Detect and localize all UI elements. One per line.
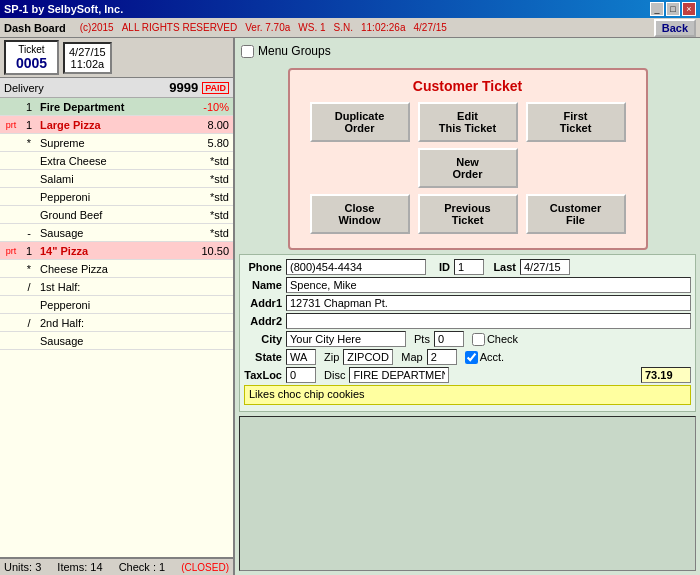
price-col: *std — [191, 173, 233, 185]
name-col: Supreme — [36, 137, 191, 149]
name-col: Salami — [36, 173, 191, 185]
phone-field[interactable] — [286, 259, 426, 275]
notes-field[interactable]: Likes choc chip cookies — [244, 385, 691, 405]
check-label: Check : 1 — [119, 561, 165, 573]
menu-groups-label: Menu Groups — [258, 44, 331, 58]
close-window-button[interactable]: CloseWindow — [310, 194, 410, 234]
table-row[interactable]: prt114" Pizza10.50 — [0, 242, 233, 260]
zip-field[interactable] — [343, 349, 393, 365]
app-name[interactable]: Dash Board — [4, 22, 66, 34]
city-label: City — [244, 333, 282, 345]
table-row[interactable]: Pepperoni — [0, 296, 233, 314]
last-label: Last — [488, 261, 516, 273]
map-label: Map — [401, 351, 422, 363]
table-row[interactable]: 1Fire Department-10% — [0, 98, 233, 116]
name-col: Large Pizza — [36, 119, 191, 131]
edit-ticket-button[interactable]: EditThis Ticket — [418, 102, 518, 142]
qty-col: * — [22, 137, 36, 149]
city-field[interactable] — [286, 331, 406, 347]
name-field[interactable] — [286, 277, 691, 293]
window-controls[interactable]: _ □ × — [650, 2, 696, 16]
info-row-phone: Phone ID Last — [244, 259, 691, 275]
info-row-notes: Likes choc chip cookies — [244, 385, 691, 405]
ticket-date: 4/27/15 — [69, 46, 106, 58]
delivery-bar: Delivery 9999 PAID — [0, 78, 233, 98]
back-button[interactable]: Back — [654, 19, 696, 37]
last-field[interactable] — [520, 259, 570, 275]
taxloc-label: TaxLoc — [244, 369, 282, 381]
items-label: Items: 14 — [57, 561, 102, 573]
zip-label: Zip — [324, 351, 339, 363]
table-row[interactable]: Pepperoni*std — [0, 188, 233, 206]
customer-file-button[interactable]: CustomerFile — [526, 194, 626, 234]
table-row[interactable]: /2nd Half: — [0, 314, 233, 332]
table-row[interactable]: Salami*std — [0, 170, 233, 188]
map-field[interactable] — [427, 349, 457, 365]
first-ticket-button[interactable]: FirstTicket — [526, 102, 626, 142]
ticket-number-box: Ticket 0005 — [4, 40, 59, 75]
ticket-header: Ticket 0005 4/27/15 11:02a — [0, 38, 233, 78]
paid-badge: PAID — [202, 82, 229, 94]
copyright-area: (c)2015 ALL RIGHTS RESERVED Ver. 7.70a W… — [78, 22, 449, 33]
table-row[interactable]: prt1Large Pizza8.00 — [0, 116, 233, 134]
right-scroll-area — [239, 416, 696, 571]
pts-label: Pts — [414, 333, 430, 345]
app-title: SP-1 by SelbySoft, Inc. — [4, 3, 123, 15]
qty-col: 1 — [22, 119, 36, 131]
id-field[interactable] — [454, 259, 484, 275]
new-order-button[interactable]: NewOrder — [418, 148, 518, 188]
menu-groups-check: Menu Groups — [241, 44, 694, 58]
menu-groups-checkbox[interactable] — [241, 45, 254, 58]
disc-label: Disc — [324, 369, 345, 381]
ticket-time: 11:02a — [69, 58, 106, 70]
name-col: Pepperoni — [36, 191, 191, 203]
table-row[interactable]: *Supreme5.80 — [0, 134, 233, 152]
name-col: Ground Beef — [36, 209, 191, 221]
acct-checkbox-label: Acct. — [465, 351, 504, 364]
name-col: Sausage — [36, 227, 191, 239]
phone-label: Phone — [244, 261, 282, 273]
prt-col: prt — [0, 246, 22, 256]
name-col: Cheese Pizza — [36, 263, 191, 275]
customer-info: Phone ID Last Name Addr1 Addr2 — [239, 254, 696, 412]
right-panel: Menu Groups Customer Ticket DuplicateOrd… — [235, 38, 700, 575]
check-label-text: Check — [487, 333, 518, 345]
table-row[interactable]: -Sausage*std — [0, 224, 233, 242]
close-button[interactable]: × — [682, 2, 696, 16]
maximize-button[interactable]: □ — [666, 2, 680, 16]
check-checkbox[interactable] — [472, 333, 485, 346]
table-row[interactable]: *Cheese Pizza — [0, 260, 233, 278]
duplicate-order-button[interactable]: DuplicateOrder — [310, 102, 410, 142]
acct-checkbox[interactable] — [465, 351, 478, 364]
table-row[interactable]: Sausage — [0, 332, 233, 350]
ticket-number: 0005 — [10, 55, 53, 71]
qty-col: - — [22, 227, 36, 239]
price-col: *std — [191, 191, 233, 203]
qty-col: / — [22, 281, 36, 293]
pts-field[interactable] — [434, 331, 464, 347]
copyright: (c)2015 — [80, 22, 114, 33]
state-label: State — [244, 351, 282, 363]
status-label: (CLOSED) — [181, 562, 229, 573]
minimize-button[interactable]: _ — [650, 2, 664, 16]
date: 4/27/15 — [413, 22, 446, 33]
units-label: Units: 3 — [4, 561, 41, 573]
table-row[interactable]: Extra Cheese*std — [0, 152, 233, 170]
addr1-field[interactable] — [286, 295, 691, 311]
previous-ticket-button[interactable]: PreviousTicket — [418, 194, 518, 234]
left-panel: Ticket 0005 4/27/15 11:02a Delivery 9999… — [0, 38, 235, 575]
addr2-field[interactable] — [286, 313, 691, 329]
name-col: Sausage — [36, 335, 191, 347]
table-row[interactable]: Ground Beef*std — [0, 206, 233, 224]
table-row[interactable]: /1st Half: — [0, 278, 233, 296]
state-field[interactable] — [286, 349, 316, 365]
version: Ver. 7.70a — [245, 22, 290, 33]
total-field[interactable] — [641, 367, 691, 383]
title-bar: SP-1 by SelbySoft, Inc. _ □ × — [0, 0, 700, 18]
name-col: 1st Half: — [36, 281, 191, 293]
left-bottom: Units: 3 Items: 14 Check : 1 (CLOSED) — [0, 557, 233, 575]
taxloc-field[interactable] — [286, 367, 316, 383]
disc-field[interactable] — [349, 367, 449, 383]
info-row-state: State Zip Map Acct. — [244, 349, 691, 365]
prt-col: prt — [0, 120, 22, 130]
